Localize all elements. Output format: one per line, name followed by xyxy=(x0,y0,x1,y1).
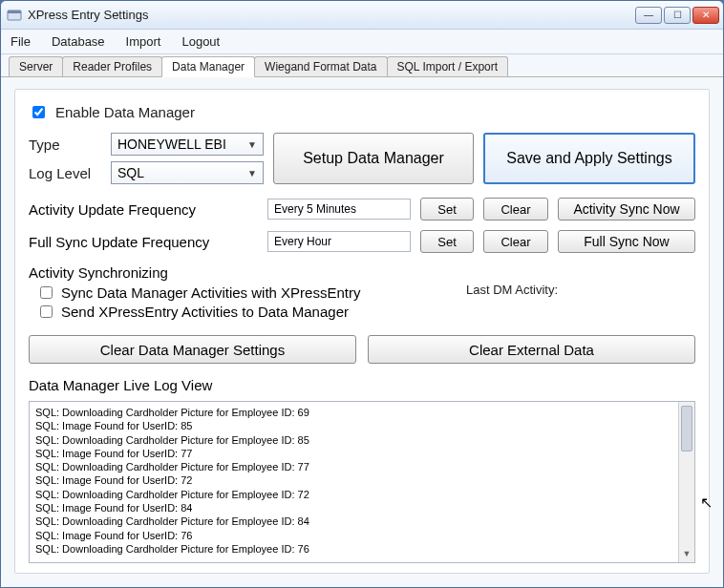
clear-external-data-button[interactable]: Clear External Data xyxy=(368,335,695,364)
log-title: Data Manager Live Log View xyxy=(29,377,695,393)
scroll-down-icon[interactable]: ▼ xyxy=(679,547,694,562)
tab-wiegand[interactable]: Wiegand Format Data xyxy=(254,56,387,76)
sync-dm-to-xpress-checkbox[interactable] xyxy=(40,286,53,299)
menubar: File Database Import Logout xyxy=(1,30,723,54)
log-lines: SQL: Downloading Cardholder Picture for … xyxy=(35,406,689,556)
menu-import[interactable]: Import xyxy=(126,34,161,49)
log-line: SQL: Image Found for UserID: 85 xyxy=(35,419,689,432)
type-label: Type xyxy=(29,136,103,153)
setup-data-manager-button[interactable]: Setup Data Manager xyxy=(273,133,474,184)
activity-freq-label: Activity Update Frequency xyxy=(29,201,258,218)
tab-data-manager[interactable]: Data Manager xyxy=(161,56,255,77)
log-level-combo[interactable]: SQL ▼ xyxy=(111,161,264,184)
send-xpress-to-dm-checkbox[interactable] xyxy=(40,305,53,318)
clear-row: Clear Data Manager Settings Clear Extern… xyxy=(29,335,695,364)
window-buttons: — ☐ ✕ xyxy=(635,7,719,24)
full-clear-button[interactable]: Clear xyxy=(483,230,548,253)
close-button[interactable]: ✕ xyxy=(692,7,719,24)
type-value: HONEYWELL EBI xyxy=(117,136,226,152)
type-combo[interactable]: HONEYWELL EBI ▼ xyxy=(111,133,264,156)
top-grid: Type HONEYWELL EBI ▼ Log Level SQL ▼ xyxy=(29,133,695,184)
log-line: SQL: Image Found for UserID: 72 xyxy=(35,473,689,487)
tabstrip: Server Reader Profiles Data Manager Wieg… xyxy=(1,54,723,77)
log-level-label: Log Level xyxy=(29,165,103,181)
tab-sql-import-export[interactable]: SQL Import / Export xyxy=(387,56,509,76)
sync-opt1-label: Sync Data Manager Activities with XPress… xyxy=(61,284,360,301)
frequency-grid: Activity Update Frequency Every 5 Minute… xyxy=(29,198,695,253)
titlebar: XPress Entry Settings — ☐ ✕ xyxy=(1,1,723,30)
log-line: SQL: Downloading Cardholder Picture for … xyxy=(35,460,689,473)
clear-dm-settings-button[interactable]: Clear Data Manager Settings xyxy=(29,335,356,364)
menu-database[interactable]: Database xyxy=(52,34,105,49)
tab-reader-profiles[interactable]: Reader Profiles xyxy=(62,56,162,76)
log-level-value: SQL xyxy=(117,165,144,180)
maximize-button[interactable]: ☐ xyxy=(664,7,691,24)
log-line: SQL: Image Found for UserID: 77 xyxy=(35,447,689,460)
sync-group: Activity Synchronizing Sync Data Manager… xyxy=(29,264,695,322)
log-line: SQL: Downloading Cardholder Picture for … xyxy=(35,542,689,556)
log-line: SQL: Downloading Cardholder Picture for … xyxy=(35,514,689,528)
log-line: SQL: Image Found for UserID: 84 xyxy=(35,501,689,514)
full-sync-now-button[interactable]: Full Sync Now xyxy=(558,230,695,253)
enable-checkbox[interactable] xyxy=(32,106,45,118)
log-box[interactable]: SQL: Downloading Cardholder Picture for … xyxy=(29,401,695,563)
enable-row: Enable Data Manager xyxy=(29,103,695,121)
scroll-thumb[interactable] xyxy=(681,406,692,452)
svg-rect-1 xyxy=(8,10,21,13)
minimize-button[interactable]: — xyxy=(635,7,662,24)
card: Enable Data Manager Type HONEYWELL EBI ▼… xyxy=(14,89,710,574)
log-line: SQL: Downloading Cardholder Picture for … xyxy=(35,406,689,419)
log-line: SQL: Image Found for UserID: 76 xyxy=(35,529,689,542)
activity-sync-now-button[interactable]: Activity Sync Now xyxy=(558,198,695,220)
activity-clear-button[interactable]: Clear xyxy=(483,198,548,220)
activity-freq-input[interactable]: Every 5 Minutes xyxy=(267,199,411,220)
left-controls: Type HONEYWELL EBI ▼ Log Level SQL ▼ xyxy=(29,133,264,184)
chevron-down-icon: ▼ xyxy=(247,139,257,150)
chevron-down-icon: ▼ xyxy=(247,168,257,178)
last-dm-activity-label: Last DM Activity: xyxy=(466,283,695,297)
full-set-button[interactable]: Set xyxy=(420,230,474,253)
menu-logout[interactable]: Logout xyxy=(181,34,220,49)
log-line: SQL: Downloading Cardholder Picture for … xyxy=(35,433,689,447)
full-freq-label: Full Sync Update Frequency xyxy=(29,234,258,250)
save-apply-settings-button[interactable]: Save and Apply Settings xyxy=(483,133,695,184)
panel: Enable Data Manager Type HONEYWELL EBI ▼… xyxy=(1,77,723,587)
window-title: XPress Entry Settings xyxy=(28,8,635,22)
app-icon xyxy=(7,8,22,23)
menu-file[interactable]: File xyxy=(11,34,31,49)
sync-group-title: Activity Synchronizing xyxy=(29,264,695,281)
full-freq-input[interactable]: Every Hour xyxy=(267,231,411,252)
enable-label: Enable Data Manager xyxy=(55,104,195,120)
app-window: XPress Entry Settings — ☐ ✕ File Databas… xyxy=(0,0,724,588)
activity-set-button[interactable]: Set xyxy=(420,198,474,220)
tab-server[interactable]: Server xyxy=(9,56,63,76)
sync-opt2-label: Send XPressEntry Activities to Data Mana… xyxy=(61,304,349,320)
scrollbar[interactable]: ▲ ▼ xyxy=(678,402,694,562)
log-line: SQL: Downloading Cardholder Picture for … xyxy=(35,488,689,501)
